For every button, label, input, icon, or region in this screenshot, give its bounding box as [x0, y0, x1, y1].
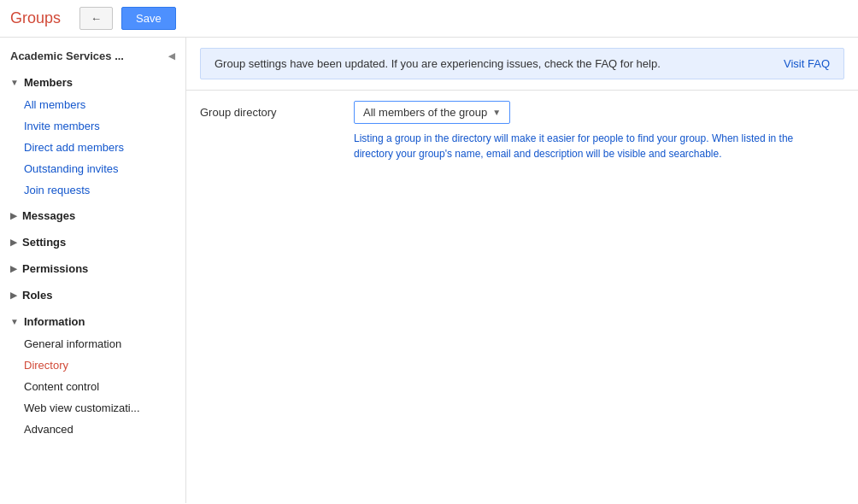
settings-expand-icon: ▶	[10, 237, 17, 247]
messages-expand-icon: ▶	[10, 211, 17, 220]
sidebar-item-direct-add-members[interactable]: Direct add members	[0, 137, 185, 158]
app-title: Groups	[10, 9, 61, 27]
nav-section-members-header[interactable]: ▼ Members	[0, 71, 185, 94]
group-name[interactable]: Academic Services ... ◀	[0, 38, 185, 71]
dropdown-selected-label: All members of the group	[363, 106, 487, 119]
sidebar-item-advanced[interactable]: Advanced	[0, 419, 185, 440]
sidebar-item-directory[interactable]: Directory	[0, 355, 185, 376]
help-text: Listing a group in the directory will ma…	[354, 131, 824, 161]
members-expand-icon: ▼	[10, 78, 19, 87]
nav-section-roles: ▶ Roles	[0, 284, 185, 307]
sidebar-item-all-members[interactable]: All members	[0, 94, 185, 115]
collapse-arrow-icon: ◀	[168, 51, 175, 61]
nav-section-information: ▼ Information General information Direct…	[0, 310, 185, 440]
sidebar-item-join-requests[interactable]: Join requests	[0, 179, 185, 201]
header: Groups ← Save	[0, 0, 858, 38]
chevron-down-icon: ▼	[492, 108, 501, 117]
nav-section-roles-header[interactable]: ▶ Roles	[0, 284, 185, 307]
layout: Academic Services ... ◀ ▼ Members All me…	[0, 38, 858, 503]
back-button[interactable]: ←	[79, 7, 113, 30]
group-directory-content: All members of the group ▼ Listing a gro…	[354, 101, 844, 161]
sidebar-item-content-control[interactable]: Content control	[0, 376, 185, 397]
sidebar-item-web-view[interactable]: Web view customizati...	[0, 397, 185, 419]
nav-section-messages: ▶ Messages	[0, 204, 185, 227]
sidebar: Academic Services ... ◀ ▼ Members All me…	[0, 38, 186, 503]
notification-text: Group settings have been updated. If you…	[214, 57, 661, 70]
group-directory-label: Group directory	[200, 101, 354, 119]
nav-section-permissions: ▶ Permissions	[0, 257, 185, 280]
group-directory-dropdown[interactable]: All members of the group ▼	[354, 101, 510, 124]
save-button[interactable]: Save	[121, 7, 176, 30]
sidebar-item-general-information[interactable]: General information	[0, 333, 185, 355]
roles-expand-icon: ▶	[10, 290, 17, 300]
permissions-expand-icon: ▶	[10, 264, 17, 273]
nav-section-members: ▼ Members All members Invite members Dir…	[0, 71, 185, 201]
nav-section-settings: ▶ Settings	[0, 231, 185, 254]
notification-bar: Group settings have been updated. If you…	[200, 48, 844, 79]
main-content: Group settings have been updated. If you…	[186, 38, 858, 503]
sidebar-item-outstanding-invites[interactable]: Outstanding invites	[0, 158, 185, 179]
nav-section-settings-header[interactable]: ▶ Settings	[0, 231, 185, 254]
visit-faq-link[interactable]: Visit FAQ	[784, 57, 830, 70]
sidebar-item-invite-members[interactable]: Invite members	[0, 115, 185, 137]
information-expand-icon: ▼	[10, 317, 19, 326]
group-directory-section: Group directory All members of the group…	[186, 90, 858, 172]
nav-section-information-header[interactable]: ▼ Information	[0, 310, 185, 333]
nav-section-permissions-header[interactable]: ▶ Permissions	[0, 257, 185, 280]
help-text-part1: Listing a group in the directory will ma…	[354, 132, 709, 144]
nav-section-messages-header[interactable]: ▶ Messages	[0, 204, 185, 227]
